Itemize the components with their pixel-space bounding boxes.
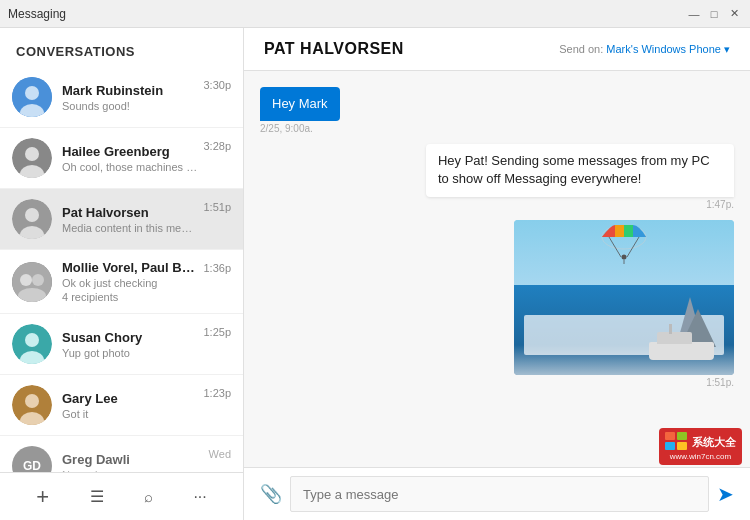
svg-point-22 <box>622 254 627 259</box>
conv-info-susan-chory: Susan Chory Yup got photo <box>62 330 197 359</box>
list-view-button[interactable]: ☰ <box>82 483 112 510</box>
send-on-label: Send on: <box>559 43 606 55</box>
conv-name: Pat Halvorsen <box>62 205 197 220</box>
svg-point-17 <box>25 394 39 408</box>
conversation-item-mollie-paul[interactable]: Mollie Vorel, Paul Bla... Ok ok just che… <box>0 250 243 314</box>
conv-time: Wed <box>209 446 231 460</box>
conversation-item-gary-lee[interactable]: Gary Lee Got it 1:23p <box>0 375 243 436</box>
titlebar: Messaging — □ ✕ <box>0 0 750 28</box>
message-text: Hey Mark <box>272 96 328 111</box>
send-on-device: Mark's Windows Phone <box>606 43 721 55</box>
svg-point-1 <box>25 86 39 100</box>
main-container: Conversations Mark Rubinstein Sounds goo… <box>0 28 750 520</box>
message-bubble-hey-mark: Hey Mark <box>260 87 340 121</box>
conv-preview: Media content in this message <box>62 222 197 234</box>
conv-info-gary-lee: Gary Lee Got it <box>62 391 197 420</box>
chat-contact-name: PAT HALVORSEN <box>264 40 404 58</box>
message-text: Hey Pat! Sending some messages from my P… <box>438 153 710 186</box>
message-wrapper-hey-pat: Hey Pat! Sending some messages from my P… <box>260 144 734 209</box>
conv-name: Gary Lee <box>62 391 197 406</box>
conversation-item-susan-chory[interactable]: Susan Chory Yup got photo 1:25p <box>0 314 243 375</box>
conv-info-pat-halvorsen: Pat Halvorsen Media content in this mess… <box>62 205 197 234</box>
message-time-hey-pat: 1:47p. <box>706 199 734 210</box>
avatar-hailee-greenberg <box>12 138 52 178</box>
conv-info-hailee-greenberg: Hailee Greenberg Oh cool, those machines… <box>62 144 197 173</box>
conv-time: 1:23p <box>203 385 231 399</box>
conv-info-greg-dawli: Greg Dawli No prob <box>62 452 203 473</box>
conv-name: Greg Dawli <box>62 452 203 467</box>
conv-preview: No prob <box>62 469 203 473</box>
message-bubble-hey-pat: Hey Pat! Sending some messages from my P… <box>426 144 734 196</box>
conversations-header: Conversations <box>0 28 243 67</box>
svg-point-14 <box>25 333 39 347</box>
sidebar: Conversations Mark Rubinstein Sounds goo… <box>0 28 244 520</box>
close-button[interactable]: ✕ <box>726 6 742 22</box>
conversation-item-hailee-greenberg[interactable]: Hailee Greenberg Oh cool, those machines… <box>0 128 243 189</box>
send-on-selector[interactable]: Send on: Mark's Windows Phone ▾ <box>559 43 730 56</box>
svg-point-7 <box>25 208 39 222</box>
conv-preview: Sounds good! <box>62 100 197 112</box>
conv-name: Mark Rubinstein <box>62 83 197 98</box>
sidebar-toolbar: + ☰ ⌕ ··· <box>0 472 243 520</box>
more-options-button[interactable]: ··· <box>185 484 214 510</box>
conv-info-mark-rubinstein: Mark Rubinstein Sounds good! <box>62 83 197 112</box>
conversation-item-greg-dawli[interactable]: GD Greg Dawli No prob Wed <box>0 436 243 472</box>
messages-area: Hey Mark 2/25, 9:00a. Hey Pat! Sending s… <box>244 71 750 467</box>
parachute-svg <box>599 225 649 265</box>
conversation-list: Mark Rubinstein Sounds good! 3:30p Haile… <box>0 67 243 472</box>
search-button[interactable]: ⌕ <box>136 484 161 509</box>
conv-time: 1:51p <box>203 199 231 213</box>
svg-line-20 <box>609 237 621 257</box>
message-input[interactable] <box>290 476 709 512</box>
conversation-item-pat-halvorsen[interactable]: Pat Halvorsen Media content in this mess… <box>0 189 243 250</box>
conv-preview: Got it <box>62 408 197 420</box>
message-time-hey-mark: 2/25, 9:00a. <box>260 123 313 134</box>
chat-input-area: 📎 ➤ <box>244 467 750 520</box>
svg-line-21 <box>627 237 639 257</box>
chat-area: PAT HALVORSEN Send on: Mark's Windows Ph… <box>244 28 750 520</box>
avatar-gary-lee <box>12 385 52 425</box>
avatar-susan-chory <box>12 324 52 364</box>
conv-preview: Oh cool, those machines are fun <box>62 161 197 173</box>
new-conversation-button[interactable]: + <box>28 480 57 514</box>
dropdown-icon: ▾ <box>724 43 730 55</box>
conv-time: 1:25p <box>203 324 231 338</box>
avatar-mollie-paul <box>12 262 52 302</box>
conv-preview: Yup got photo <box>62 347 197 359</box>
conv-time: 1:36p <box>203 260 231 274</box>
message-time-image: 1:51p. <box>706 377 734 388</box>
svg-point-11 <box>32 274 44 286</box>
conversation-item-mark-rubinstein[interactable]: Mark Rubinstein Sounds good! 3:30p <box>0 67 243 128</box>
svg-point-10 <box>20 274 32 286</box>
conv-subpreview: 4 recipients <box>62 291 197 303</box>
conv-name: Susan Chory <box>62 330 197 345</box>
conv-time: 3:30p <box>203 77 231 91</box>
conv-name: Mollie Vorel, Paul Bla... <box>62 260 197 275</box>
maximize-button[interactable]: □ <box>706 6 722 22</box>
message-wrapper-hey-mark: Hey Mark 2/25, 9:00a. <box>260 87 734 134</box>
conv-time: 3:28p <box>203 138 231 152</box>
svg-point-4 <box>25 147 39 161</box>
minimize-button[interactable]: — <box>686 6 702 22</box>
app-title: Messaging <box>8 7 686 21</box>
avatar-mark-rubinstein <box>12 77 52 117</box>
attach-button[interactable]: 📎 <box>260 483 282 505</box>
conv-name: Hailee Greenberg <box>62 144 197 159</box>
conv-preview: Ok ok just checking <box>62 277 197 289</box>
window-controls: — □ ✕ <box>686 6 742 22</box>
message-image <box>514 220 734 375</box>
send-button[interactable]: ➤ <box>717 482 734 506</box>
conv-info-mollie-paul: Mollie Vorel, Paul Bla... Ok ok just che… <box>62 260 197 303</box>
avatar-greg-dawli: GD <box>12 446 52 472</box>
message-wrapper-image: 1:51p. <box>260 220 734 388</box>
avatar-pat-halvorsen <box>12 199 52 239</box>
chat-header: PAT HALVORSEN Send on: Mark's Windows Ph… <box>244 28 750 71</box>
